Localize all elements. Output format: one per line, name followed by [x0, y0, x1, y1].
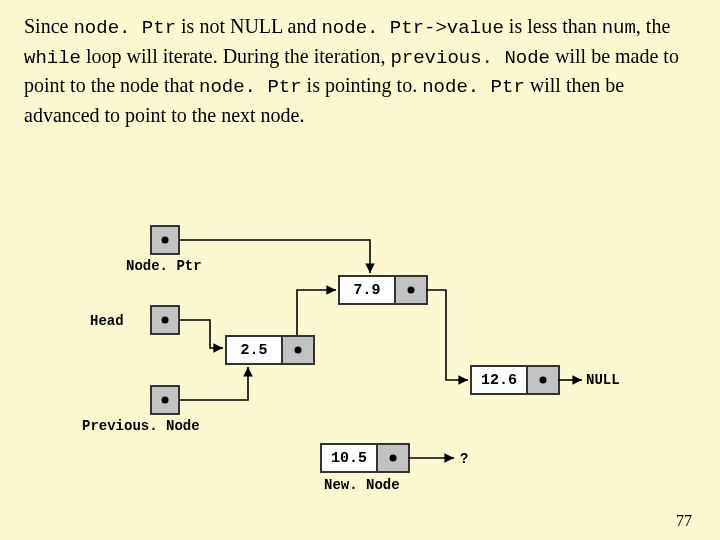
code: previous. Node: [390, 47, 550, 69]
text: is not NULL and: [176, 15, 321, 37]
node-next-ptr: [396, 277, 426, 303]
previousnode-box: [150, 385, 180, 415]
linked-list-diagram: Node. Ptr Head Previous. Node New. Node …: [80, 215, 640, 495]
node-12-6: 12.6: [470, 365, 560, 395]
code: node. Ptr: [199, 76, 302, 98]
code: node. Ptr->value: [321, 17, 503, 39]
node-2-5: 2.5: [225, 335, 315, 365]
node-value: 12.6: [472, 367, 528, 393]
nodeptr-label: Node. Ptr: [126, 258, 202, 274]
unknown-label: ?: [460, 451, 468, 467]
code: num: [602, 17, 636, 39]
node-value: 7.9: [340, 277, 396, 303]
node-next-ptr: [378, 445, 408, 471]
previousnode-label: Previous. Node: [82, 418, 200, 434]
node-value: 10.5: [322, 445, 378, 471]
text: , the: [636, 15, 670, 37]
node-value: 2.5: [227, 337, 283, 363]
null-label: NULL: [586, 372, 620, 388]
text: loop will iterate. During the iteration,: [81, 45, 390, 67]
text: is less than: [504, 15, 602, 37]
head-label: Head: [90, 313, 124, 329]
code: node. Ptr: [73, 17, 176, 39]
newnode-label: New. Node: [324, 477, 400, 493]
nodeptr-box: [150, 225, 180, 255]
code: while: [24, 47, 81, 69]
text: Since: [24, 15, 73, 37]
explanation-paragraph: Since node. Ptr is not NULL and node. Pt…: [24, 12, 696, 129]
text: is pointing to.: [302, 74, 423, 96]
code: node. Ptr: [422, 76, 525, 98]
head-box: [150, 305, 180, 335]
node-10-5: 10.5: [320, 443, 410, 473]
node-next-ptr: [283, 337, 313, 363]
node-7-9: 7.9: [338, 275, 428, 305]
page-number: 77: [676, 512, 692, 530]
node-next-ptr: [528, 367, 558, 393]
